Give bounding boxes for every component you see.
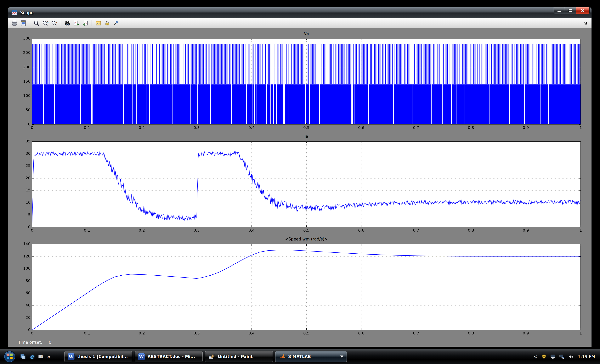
maximize-button[interactable] [565, 7, 576, 14]
chart-va: Va [17, 30, 583, 133]
taskbar-group-chevron-icon[interactable] [340, 355, 343, 358]
show-desktop-icon[interactable] [38, 353, 44, 360]
word-icon: W [68, 353, 75, 360]
start-button[interactable] [3, 350, 16, 363]
taskbar-item-abstract-doc[interactable]: W ABSTRACT.doc - Mi... [135, 351, 203, 362]
va-plot-canvas[interactable] [17, 37, 583, 133]
close-button[interactable] [576, 7, 590, 14]
chart-speed: <Speed wm (rad/s)> [17, 235, 583, 338]
hide-tray-icons-chevron[interactable]: < [533, 354, 538, 359]
quick-launch-overflow-chevron[interactable]: » [46, 354, 51, 360]
taskbar-item-thesis-doc[interactable]: W thesis 1 [Compatibil... [64, 351, 132, 362]
toolbar-separator [61, 20, 61, 26]
taskbar-item-label: Untitled - Paint [218, 354, 253, 359]
parameters-icon[interactable] [20, 19, 27, 27]
internet-explorer-icon[interactable]: e [28, 353, 35, 360]
scope-plot-area: Va Ia <Speed wm (rad/s)> Time offset: 0 [8, 28, 591, 347]
chart-title-speed: <Speed wm (rad/s)> [32, 235, 581, 242]
taskbar-item-label: ABSTRACT.doc - Mi... [148, 354, 195, 359]
taskbar-item-matlab[interactable]: 8 MATLAB [275, 351, 347, 362]
svg-text:x: x [47, 20, 48, 23]
scope-toolbar: x y [8, 18, 591, 28]
taskbar-item-paint[interactable]: Untitled - Paint [205, 351, 273, 362]
network-icon[interactable] [559, 354, 565, 360]
toolbar-separator [92, 20, 92, 26]
svg-text:y: y [56, 20, 57, 23]
word-icon: W [138, 353, 145, 360]
lock-axes-icon[interactable] [103, 19, 111, 27]
close-icon [581, 9, 585, 13]
display-icon[interactable] [550, 354, 556, 360]
autoscale-binoculars-icon[interactable] [64, 19, 71, 27]
quick-launch: e » [20, 353, 51, 360]
signal-selection-icon[interactable] [112, 19, 120, 27]
matlab-icon [279, 353, 286, 360]
maximize-icon [569, 9, 572, 12]
chart-title-ia: Ia [32, 133, 581, 139]
save-axes-settings-icon[interactable] [73, 19, 80, 27]
security-shield-icon[interactable] [541, 354, 547, 360]
flip-3d-icon[interactable] [20, 353, 26, 360]
system-tray: < 1:19 PM [533, 354, 597, 360]
floating-scope-icon[interactable] [95, 19, 102, 27]
minimize-button[interactable] [554, 7, 565, 14]
zoom-x-axis-icon[interactable]: x [42, 19, 49, 27]
window-title: Scope [20, 10, 34, 15]
toolbar-separator [30, 20, 30, 26]
minimize-icon [557, 11, 561, 12]
chart-title-va: Va [32, 30, 581, 37]
dock-scope-icon[interactable] [582, 20, 589, 27]
time-offset-value: 0 [49, 340, 51, 345]
taskbar-item-label: thesis 1 [Compatibil... [77, 354, 128, 359]
ia-plot-canvas[interactable] [17, 139, 583, 236]
scope-app-icon [11, 9, 18, 16]
taskbar-item-label: 8 MATLAB [288, 354, 311, 359]
restore-axes-settings-icon[interactable] [82, 19, 89, 27]
speed-plot-canvas[interactable] [17, 242, 583, 338]
taskbar: e » W thesis 1 [Compatibil... W ABSTRACT… [0, 349, 600, 364]
scope-window: Scope [8, 7, 592, 347]
volume-icon[interactable] [568, 354, 573, 360]
zoom-icon[interactable] [33, 19, 40, 27]
scope-statusbar: Time offset: 0 [17, 338, 583, 347]
chart-ia: Ia [17, 133, 583, 236]
window-controls [554, 7, 590, 14]
time-offset-label: Time offset: [18, 340, 42, 345]
taskbar-clock[interactable]: 1:19 PM [578, 354, 595, 359]
print-icon[interactable] [11, 19, 18, 27]
title-bar[interactable]: Scope [8, 7, 591, 18]
taskbar-window-buttons: W thesis 1 [Compatibil... W ABSTRACT.doc… [64, 351, 347, 362]
paint-icon [208, 353, 215, 360]
zoom-y-axis-icon[interactable]: y [51, 19, 58, 27]
